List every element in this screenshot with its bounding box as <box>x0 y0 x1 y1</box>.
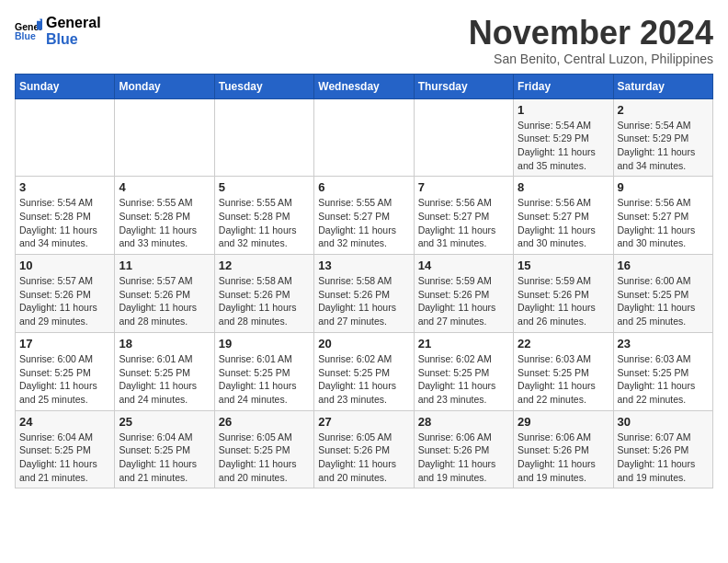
header-tuesday: Tuesday <box>214 74 313 98</box>
day-info: Sunrise: 6:03 AMSunset: 5:25 PMDaylight:… <box>618 352 709 407</box>
logo-icon: General Blue <box>15 17 42 45</box>
calendar-cell: 29Sunrise: 6:06 AMSunset: 5:26 PMDayligh… <box>514 410 613 488</box>
day-number: 7 <box>418 180 509 194</box>
calendar-cell: 17Sunrise: 6:00 AMSunset: 5:25 PMDayligh… <box>16 332 115 410</box>
day-number: 15 <box>518 259 609 272</box>
day-info: Sunrise: 5:56 AMSunset: 5:27 PMDaylight:… <box>518 196 609 250</box>
calendar-cell: 4Sunrise: 5:55 AMSunset: 5:28 PMDaylight… <box>115 177 214 255</box>
svg-text:Blue: Blue <box>15 30 36 41</box>
logo-line1: General <box>46 15 101 31</box>
day-number: 13 <box>318 259 409 272</box>
day-info: Sunrise: 5:56 AMSunset: 5:27 PMDaylight:… <box>418 196 509 250</box>
day-number: 14 <box>418 259 509 272</box>
day-number: 9 <box>618 180 709 194</box>
day-info: Sunrise: 5:57 AMSunset: 5:26 PMDaylight:… <box>119 274 210 328</box>
logo: General Blue General Blue <box>15 15 101 47</box>
calendar-cell: 21Sunrise: 6:02 AMSunset: 5:25 PMDayligh… <box>414 332 513 410</box>
day-info: Sunrise: 5:59 AMSunset: 5:26 PMDaylight:… <box>418 274 509 328</box>
weekday-header-row: SundayMondayTuesdayWednesdayThursdayFrid… <box>16 74 713 98</box>
calendar-cell: 1Sunrise: 5:54 AMSunset: 5:29 PMDaylight… <box>514 98 613 177</box>
calendar-cell: 9Sunrise: 5:56 AMSunset: 5:27 PMDaylight… <box>613 177 712 255</box>
calendar-cell: 3Sunrise: 5:54 AMSunset: 5:28 PMDaylight… <box>16 177 115 255</box>
calendar-cell: 14Sunrise: 5:59 AMSunset: 5:26 PMDayligh… <box>414 255 513 333</box>
day-info: Sunrise: 6:02 AMSunset: 5:25 PMDaylight:… <box>418 352 509 407</box>
day-number: 20 <box>318 337 409 350</box>
calendar-cell: 2Sunrise: 5:54 AMSunset: 5:29 PMDaylight… <box>613 98 712 177</box>
day-info: Sunrise: 5:54 AMSunset: 5:28 PMDaylight:… <box>19 196 110 250</box>
header-friday: Friday <box>514 74 613 98</box>
header-thursday: Thursday <box>414 74 513 98</box>
day-info: Sunrise: 5:57 AMSunset: 5:26 PMDaylight:… <box>19 274 110 328</box>
day-number: 6 <box>318 180 409 194</box>
day-info: Sunrise: 6:07 AMSunset: 5:26 PMDaylight:… <box>618 431 709 485</box>
day-info: Sunrise: 5:54 AMSunset: 5:29 PMDaylight:… <box>618 119 709 173</box>
day-number: 27 <box>318 415 409 429</box>
calendar-cell: 18Sunrise: 6:01 AMSunset: 5:25 PMDayligh… <box>115 332 214 410</box>
week-row-3: 10Sunrise: 5:57 AMSunset: 5:26 PMDayligh… <box>16 255 713 333</box>
day-info: Sunrise: 6:00 AMSunset: 5:25 PMDaylight:… <box>19 352 110 407</box>
calendar-cell: 8Sunrise: 5:56 AMSunset: 5:27 PMDaylight… <box>514 177 613 255</box>
day-number: 10 <box>19 259 110 272</box>
day-number: 18 <box>119 337 210 350</box>
day-info: Sunrise: 5:54 AMSunset: 5:29 PMDaylight:… <box>518 119 609 173</box>
logo-line2: Blue <box>46 31 101 48</box>
day-number: 3 <box>19 180 110 194</box>
calendar-cell: 12Sunrise: 5:58 AMSunset: 5:26 PMDayligh… <box>214 255 313 333</box>
month-title: November 2024 <box>469 15 713 52</box>
day-number: 1 <box>518 103 609 117</box>
day-number: 16 <box>618 259 709 272</box>
day-info: Sunrise: 5:59 AMSunset: 5:26 PMDaylight:… <box>518 274 609 328</box>
calendar-cell: 28Sunrise: 6:06 AMSunset: 5:26 PMDayligh… <box>414 410 513 488</box>
day-number: 22 <box>518 337 609 350</box>
svg-marker-2 <box>37 20 42 29</box>
calendar-cell: 27Sunrise: 6:05 AMSunset: 5:26 PMDayligh… <box>314 410 414 488</box>
calendar-cell: 10Sunrise: 5:57 AMSunset: 5:26 PMDayligh… <box>16 255 115 333</box>
calendar-cell: 13Sunrise: 5:58 AMSunset: 5:26 PMDayligh… <box>314 255 414 333</box>
day-number: 23 <box>618 337 709 350</box>
day-info: Sunrise: 5:58 AMSunset: 5:26 PMDaylight:… <box>318 274 409 328</box>
day-number: 25 <box>119 415 210 429</box>
day-number: 19 <box>219 337 310 350</box>
week-row-5: 24Sunrise: 6:04 AMSunset: 5:25 PMDayligh… <box>16 410 713 488</box>
day-info: Sunrise: 6:01 AMSunset: 5:25 PMDaylight:… <box>219 352 310 407</box>
day-number: 28 <box>418 415 509 429</box>
day-number: 4 <box>119 180 210 194</box>
day-number: 12 <box>219 259 310 272</box>
calendar-cell <box>214 98 313 177</box>
calendar-cell: 26Sunrise: 6:05 AMSunset: 5:25 PMDayligh… <box>214 410 313 488</box>
calendar-cell: 5Sunrise: 5:55 AMSunset: 5:28 PMDaylight… <box>214 177 313 255</box>
day-info: Sunrise: 6:06 AMSunset: 5:26 PMDaylight:… <box>518 431 609 485</box>
day-number: 11 <box>119 259 210 272</box>
day-number: 8 <box>518 180 609 194</box>
calendar-cell: 15Sunrise: 5:59 AMSunset: 5:26 PMDayligh… <box>514 255 613 333</box>
calendar-cell: 19Sunrise: 6:01 AMSunset: 5:25 PMDayligh… <box>214 332 313 410</box>
day-number: 21 <box>418 337 509 350</box>
day-number: 24 <box>19 415 110 429</box>
calendar-cell: 6Sunrise: 5:55 AMSunset: 5:27 PMDaylight… <box>314 177 414 255</box>
week-row-4: 17Sunrise: 6:00 AMSunset: 5:25 PMDayligh… <box>16 332 713 410</box>
week-row-2: 3Sunrise: 5:54 AMSunset: 5:28 PMDaylight… <box>16 177 713 255</box>
calendar-cell: 30Sunrise: 6:07 AMSunset: 5:26 PMDayligh… <box>613 410 712 488</box>
calendar-cell <box>115 98 214 177</box>
calendar-cell: 11Sunrise: 5:57 AMSunset: 5:26 PMDayligh… <box>115 255 214 333</box>
calendar-table: SundayMondayTuesdayWednesdayThursdayFrid… <box>15 74 713 489</box>
calendar-cell: 16Sunrise: 6:00 AMSunset: 5:25 PMDayligh… <box>613 255 712 333</box>
day-info: Sunrise: 5:58 AMSunset: 5:26 PMDaylight:… <box>219 274 310 328</box>
page-header: General Blue General Blue November 2024 … <box>15 15 713 66</box>
day-info: Sunrise: 6:05 AMSunset: 5:26 PMDaylight:… <box>318 431 409 485</box>
week-row-1: 1Sunrise: 5:54 AMSunset: 5:29 PMDaylight… <box>16 98 713 177</box>
header-wednesday: Wednesday <box>314 74 414 98</box>
day-info: Sunrise: 6:04 AMSunset: 5:25 PMDaylight:… <box>19 431 110 485</box>
day-info: Sunrise: 6:04 AMSunset: 5:25 PMDaylight:… <box>119 431 210 485</box>
day-number: 17 <box>19 337 110 350</box>
day-info: Sunrise: 6:00 AMSunset: 5:25 PMDaylight:… <box>618 274 709 328</box>
calendar-cell <box>16 98 115 177</box>
header-saturday: Saturday <box>613 74 712 98</box>
day-info: Sunrise: 6:03 AMSunset: 5:25 PMDaylight:… <box>518 352 609 407</box>
day-number: 26 <box>219 415 310 429</box>
calendar-cell: 23Sunrise: 6:03 AMSunset: 5:25 PMDayligh… <box>613 332 712 410</box>
calendar-cell: 22Sunrise: 6:03 AMSunset: 5:25 PMDayligh… <box>514 332 613 410</box>
calendar-cell: 25Sunrise: 6:04 AMSunset: 5:25 PMDayligh… <box>115 410 214 488</box>
day-info: Sunrise: 6:02 AMSunset: 5:25 PMDaylight:… <box>318 352 409 407</box>
header-monday: Monday <box>115 74 214 98</box>
